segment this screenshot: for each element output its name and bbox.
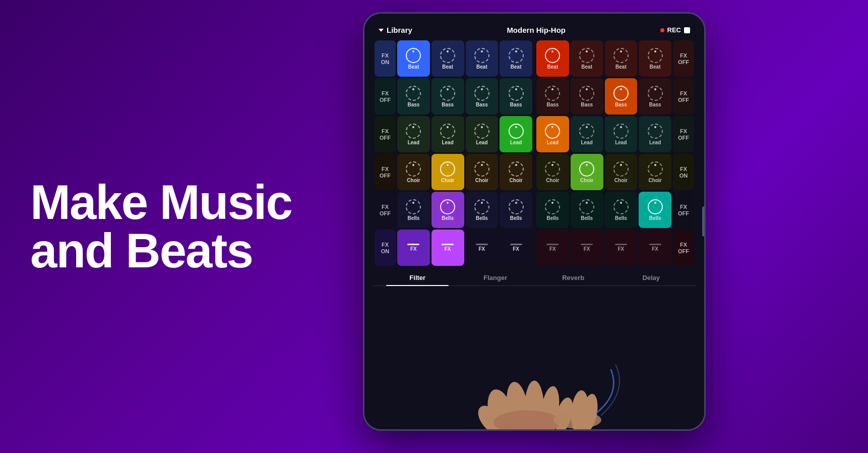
pad-fx-right-3[interactable]: FX xyxy=(639,230,671,266)
pad-beat-left-3[interactable]: Beat xyxy=(500,40,532,77)
pad-beat-right-0[interactable]: Beat xyxy=(536,40,569,77)
rec-label: REC xyxy=(667,26,681,34)
fx-left-beat[interactable]: FXON xyxy=(375,40,396,77)
tab-reverb[interactable]: Reverb xyxy=(534,274,612,286)
song-title: Modern Hip-Hop xyxy=(507,26,566,34)
hero-title-line1: Make Music xyxy=(30,175,292,229)
pad-lead-right-2[interactable]: Lead xyxy=(605,116,638,152)
library-button[interactable]: Library xyxy=(379,26,412,34)
pad-beat-left-2[interactable]: Beat xyxy=(466,40,499,77)
pad-choir-right-0[interactable]: Choir xyxy=(536,154,569,190)
pad-bass-left-3[interactable]: Bass xyxy=(500,78,532,115)
pad-lead-right-3[interactable]: Lead xyxy=(639,116,671,152)
pad-bass-right-0[interactable]: Bass xyxy=(536,78,569,115)
tab-filter[interactable]: Filter xyxy=(379,274,457,286)
fx-tabs: Filter Flanger Reverb Delay xyxy=(373,269,696,286)
pad-bass-left-1[interactable]: Bass xyxy=(431,78,464,115)
fx-right-bass[interactable]: FXOFF xyxy=(673,78,694,115)
hands-area xyxy=(364,328,704,429)
pad-choir-right-1[interactable]: Choir xyxy=(571,154,603,190)
pad-bells-left-1[interactable]: Bells xyxy=(431,192,464,228)
pad-bells-right-3[interactable]: Bells xyxy=(639,192,671,228)
row-bells: FXOFFBellsBellsBellsBellsBellsBellsBells… xyxy=(375,192,694,228)
pad-bells-right-1[interactable]: Bells xyxy=(571,192,603,228)
pad-bass-left-0[interactable]: Bass xyxy=(397,78,430,115)
pad-beat-right-2[interactable]: Beat xyxy=(605,40,638,77)
pad-bass-right-1[interactable]: Bass xyxy=(571,78,603,115)
pad-lead-left-0[interactable]: Lead xyxy=(397,116,430,152)
row-bass: FXOFFBassBassBassBassBassBassBassBassFXO… xyxy=(375,78,694,115)
pad-bass-left-2[interactable]: Bass xyxy=(466,78,499,115)
fx-left-fx[interactable]: FXON xyxy=(375,230,396,266)
pad-fx-left-1[interactable]: FX xyxy=(431,230,464,266)
pad-choir-right-3[interactable]: Choir xyxy=(639,154,671,190)
row-choir: FXOFFChoirChoirChoirChoirChoirChoirChoir… xyxy=(375,154,694,190)
pad-grid: FXONBeatBeatBeatBeatBeatBeatBeatBeatFXOF… xyxy=(373,40,696,266)
pad-beat-left-0[interactable]: Beat xyxy=(397,40,430,77)
pad-fx-right-1[interactable]: FX xyxy=(571,230,603,266)
tablet-content: Library Modern Hip-Hop REC FXONBeatBeatB… xyxy=(364,14,704,429)
fx-left-choir[interactable]: FXOFF xyxy=(375,154,396,190)
pad-bells-left-2[interactable]: Bells xyxy=(466,192,499,228)
hands-svg xyxy=(439,344,630,429)
pad-bass-right-3[interactable]: Bass xyxy=(639,78,671,115)
fx-left-bass[interactable]: FXOFF xyxy=(375,78,396,115)
pad-lead-right-0[interactable]: Lead xyxy=(536,116,569,152)
pad-beat-left-1[interactable]: Beat xyxy=(431,40,464,77)
fx-right-beat[interactable]: FXOFF xyxy=(673,40,694,77)
hero-title: Make Music and Beats xyxy=(30,178,323,275)
pad-beat-right-1[interactable]: Beat xyxy=(571,40,603,77)
fx-left-lead[interactable]: FXOFF xyxy=(375,116,396,152)
rec-dot-icon xyxy=(660,28,664,32)
pad-fx-right-2[interactable]: FX xyxy=(605,230,638,266)
pad-choir-left-1[interactable]: Choir xyxy=(431,154,464,190)
rec-square-icon xyxy=(684,27,690,33)
library-label: Library xyxy=(387,26,412,34)
pad-beat-right-3[interactable]: Beat xyxy=(639,40,671,77)
fx-right-bells[interactable]: FXOFF xyxy=(673,192,694,228)
pad-choir-left-0[interactable]: Choir xyxy=(397,154,430,190)
pad-fx-left-3[interactable]: FX xyxy=(500,230,532,266)
tablet: Library Modern Hip-Hop REC FXONBeatBeatB… xyxy=(363,12,706,431)
pad-bells-right-0[interactable]: Bells xyxy=(536,192,569,228)
rec-area[interactable]: REC xyxy=(660,26,690,34)
pad-choir-left-2[interactable]: Choir xyxy=(466,154,499,190)
row-beat: FXONBeatBeatBeatBeatBeatBeatBeatBeatFXOF… xyxy=(375,40,694,77)
hero-title-line2: and Beats xyxy=(30,223,253,277)
chevron-down-icon xyxy=(379,29,384,32)
pad-lead-right-1[interactable]: Lead xyxy=(571,116,603,152)
fx-right-choir[interactable]: FXON xyxy=(673,154,694,190)
pad-bass-right-2[interactable]: Bass xyxy=(605,78,638,115)
pad-fx-right-0[interactable]: FX xyxy=(536,230,569,266)
pad-bells-left-0[interactable]: Bells xyxy=(397,192,430,228)
pad-fx-left-0[interactable]: FX xyxy=(397,230,430,266)
hero-section: Make Music and Beats xyxy=(0,178,353,275)
pad-lead-left-3[interactable]: Lead xyxy=(500,116,532,152)
pad-choir-left-3[interactable]: Choir xyxy=(500,154,532,190)
tablet-wrapper: Library Modern Hip-Hop REC FXONBeatBeatB… xyxy=(353,12,716,431)
fx-right-fx[interactable]: FXOFF xyxy=(673,230,694,266)
pad-bells-left-3[interactable]: Bells xyxy=(500,192,532,228)
tab-flanger[interactable]: Flanger xyxy=(457,274,535,286)
pad-lead-left-2[interactable]: Lead xyxy=(466,116,499,152)
row-fx: FXONFXFXFXFXFXFXFXFXFXOFF xyxy=(375,230,694,266)
fx-right-lead[interactable]: FXOFF xyxy=(673,116,694,152)
tab-delay[interactable]: Delay xyxy=(612,274,691,286)
pad-choir-right-2[interactable]: Choir xyxy=(605,154,638,190)
pad-lead-left-1[interactable]: Lead xyxy=(431,116,464,152)
pad-bells-right-2[interactable]: Bells xyxy=(605,192,638,228)
header-bar: Library Modern Hip-Hop REC xyxy=(373,22,696,40)
pad-fx-left-2[interactable]: FX xyxy=(466,230,499,266)
row-lead: FXOFFLeadLeadLeadLeadLeadLeadLeadLeadFXO… xyxy=(375,116,694,152)
fx-left-bells[interactable]: FXOFF xyxy=(375,192,396,228)
